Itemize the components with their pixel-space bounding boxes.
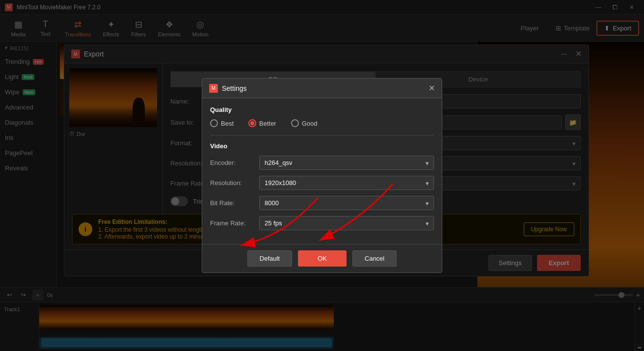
quality-good-radio bbox=[291, 119, 299, 127]
encoder-row: Encoder: h264_qsv h264 hevc ▾ bbox=[210, 156, 434, 170]
resolution-select-wrap: 1920x1080 1280x720 ▾ bbox=[259, 176, 434, 190]
quality-better-option[interactable]: Better bbox=[248, 119, 276, 127]
settings-dialog-icon: M bbox=[209, 84, 218, 93]
settings-divider bbox=[210, 135, 434, 135]
resolution-row: Resolution: 1920x1080 1280x720 ▾ bbox=[210, 176, 434, 190]
quality-options-row: Best Better Good bbox=[210, 119, 434, 127]
resolution-select[interactable]: 1920x1080 1280x720 bbox=[259, 176, 434, 190]
framerate-settings-row: Frame Rate: 25 fps 30 fps ▾ bbox=[210, 216, 434, 230]
framerate-settings-select-wrap: 25 fps 30 fps ▾ bbox=[259, 216, 434, 230]
bitrate-row: Bit Rate: 8000 6000 10000 ▾ bbox=[210, 196, 434, 210]
framerate-settings-label: Frame Rate: bbox=[210, 219, 259, 227]
video-section-title: Video bbox=[210, 142, 434, 150]
default-button[interactable]: Default bbox=[247, 250, 292, 267]
encoder-select[interactable]: h264_qsv h264 hevc bbox=[259, 156, 434, 170]
settings-header: M Settings ✕ bbox=[202, 79, 442, 98]
settings-close-btn[interactable]: ✕ bbox=[429, 83, 435, 93]
ok-button[interactable]: OK bbox=[298, 250, 347, 267]
radio-selected-dot bbox=[250, 121, 254, 125]
settings-resolution-label: Resolution: bbox=[210, 179, 259, 187]
quality-section-title: Quality bbox=[210, 106, 434, 113]
bitrate-select-wrap: 8000 6000 10000 ▾ bbox=[259, 196, 434, 210]
quality-better-radio bbox=[248, 119, 256, 127]
quality-best-radio bbox=[210, 119, 218, 127]
settings-footer: Default OK Cancel bbox=[202, 244, 442, 272]
settings-title-text: Settings bbox=[222, 84, 247, 92]
settings-dialog: M Settings ✕ Quality Best Better bbox=[202, 78, 442, 273]
quality-good-label: Good bbox=[302, 120, 318, 127]
cancel-button[interactable]: Cancel bbox=[352, 250, 397, 267]
quality-best-option[interactable]: Best bbox=[210, 119, 234, 127]
quality-best-label: Best bbox=[221, 120, 234, 127]
encoder-select-wrap: h264_qsv h264 hevc ▾ bbox=[259, 156, 434, 170]
settings-body: Quality Best Better Good Vide bbox=[202, 98, 442, 244]
encoder-label: Encoder: bbox=[210, 159, 259, 166]
quality-better-label: Better bbox=[259, 120, 276, 127]
bitrate-label: Bit Rate: bbox=[210, 199, 259, 207]
framerate-settings-select[interactable]: 25 fps 30 fps bbox=[259, 216, 434, 230]
bitrate-select[interactable]: 8000 6000 10000 bbox=[259, 196, 434, 210]
settings-overlay: M Settings ✕ Quality Best Better bbox=[0, 0, 644, 351]
settings-title: M Settings bbox=[209, 84, 247, 93]
quality-good-option[interactable]: Good bbox=[291, 119, 318, 127]
